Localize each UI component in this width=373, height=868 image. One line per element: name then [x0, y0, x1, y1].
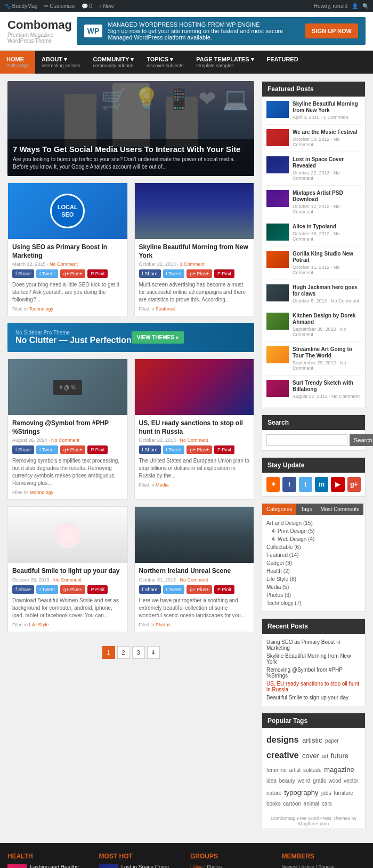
nav-item-page-templates[interactable]: PAGE TEMPLATES ▾template samples: [190, 51, 260, 74]
category-technology[interactable]: Technology (7): [266, 599, 361, 607]
recent-post-0[interactable]: Using SEO as Primary Boost in Marketing: [266, 638, 361, 652]
post-comments-0[interactable]: No Comment: [50, 261, 78, 267]
hero-post[interactable]: 🛒 💡 📱 ❤ 💻 7 Ways To Get Social Media Use…: [7, 81, 254, 176]
nav-item-about[interactable]: ABOUT ▾interesting articles: [35, 51, 87, 74]
members-tab-active[interactable]: Active: [301, 864, 314, 868]
post-title-2[interactable]: Removing @Symbol from #PHP %Strings: [12, 419, 123, 436]
featured-title-2[interactable]: Lost in Space Cover Revealed: [293, 156, 361, 169]
tag-weird[interactable]: weird: [298, 778, 312, 784]
tw-tweet-3[interactable]: t Tweet: [163, 445, 185, 454]
gp-plus-5[interactable]: g+ Plus+: [186, 585, 212, 594]
googleplus-icon[interactable]: g+: [347, 477, 361, 492]
category-health[interactable]: Health (2): [266, 567, 361, 575]
featured-title-9[interactable]: Surt Trendy Sketch with Billabong: [293, 380, 361, 393]
admin-bar-new[interactable]: + New: [99, 3, 114, 9]
footer-hot-post-title-0[interactable]: Lost in Space Cover Revealed: [121, 864, 183, 868]
gp-plus-4[interactable]: g+ Plus+: [60, 585, 86, 594]
tab-categories[interactable]: Categories: [262, 504, 296, 515]
gp-plus-0[interactable]: g+ Plus+: [60, 269, 86, 278]
pi-pin-0[interactable]: P Pinit: [87, 269, 108, 278]
page-2-button[interactable]: 2: [117, 646, 130, 659]
tag-beauty[interactable]: beauty: [279, 778, 297, 784]
post-title-0[interactable]: Using SEO as Primary Boost in Marketing: [12, 243, 123, 260]
tag-gratis[interactable]: gratis: [313, 778, 327, 784]
featured-title-3[interactable]: Mixtapes Artist PSD Download: [293, 190, 361, 203]
tw-tweet-1[interactable]: t Tweet: [163, 269, 185, 278]
fb-share-5[interactable]: f Share: [139, 585, 161, 594]
category-photos[interactable]: Photos (3): [266, 591, 361, 599]
post-title-4[interactable]: Beautiful Smile to light up your day: [12, 567, 123, 576]
post-category-3[interactable]: Media: [156, 482, 169, 488]
category-featured[interactable]: Featured (14): [266, 551, 361, 559]
groups-tab-photos[interactable]: | Photos: [204, 864, 222, 868]
category-gadget[interactable]: Gadget (3): [266, 559, 361, 567]
fb-share-3[interactable]: f Share: [139, 445, 161, 454]
twitter-icon[interactable]: t: [299, 477, 312, 492]
nav-item-community[interactable]: COMMUNITY ▾community addons: [87, 51, 141, 74]
fb-share-0[interactable]: f Share: [12, 269, 34, 278]
credit-link[interactable]: Combomag Free WordPress Themes by Magthr…: [271, 816, 356, 826]
post-category-4[interactable]: Life Style: [29, 622, 49, 627]
post-comments-5[interactable]: No Comment: [180, 577, 208, 583]
category-lifestyle[interactable]: Life Style (8): [266, 575, 361, 583]
tag-cars[interactable]: cars: [322, 801, 332, 807]
members-tab-newest[interactable]: Newest: [282, 864, 298, 868]
page-4-button[interactable]: 4: [147, 646, 160, 659]
tag-cartoon[interactable]: cartoon: [283, 801, 302, 807]
post-title-5[interactable]: Northern Ireland Unreal Scene: [139, 567, 250, 576]
admin-bar-buddymag[interactable]: 🐾 BuddyMag: [4, 3, 38, 9]
tag-magazine[interactable]: magazine: [324, 766, 354, 774]
featured-title-5[interactable]: Gorilla King Studio New Potrait: [293, 251, 361, 264]
tab-tags[interactable]: Tags: [296, 504, 316, 515]
post-category-5[interactable]: Photos: [156, 622, 171, 627]
featured-title-8[interactable]: Streamline Art Going to Tour The World: [293, 346, 361, 359]
tag-jobs[interactable]: jobs: [321, 790, 333, 796]
tag-art[interactable]: art: [322, 753, 329, 759]
category-art[interactable]: Art and Design (15): [266, 519, 361, 527]
tw-tweet-2[interactable]: t Tweet: [36, 445, 58, 454]
featured-title-6[interactable]: Hugh Jackman hero goes for claws: [293, 284, 361, 297]
rss-icon[interactable]: ✦: [266, 477, 280, 492]
admin-bar-search-icon[interactable]: 🔍: [362, 3, 369, 9]
fb-share-2[interactable]: f Share: [12, 445, 34, 454]
tw-tweet-0[interactable]: t Tweet: [36, 269, 58, 278]
recent-post-1[interactable]: Skyline Beautiful Morning from New York: [266, 652, 361, 666]
nav-item-home[interactable]: HOMEmain page: [0, 51, 35, 74]
recent-post-4[interactable]: Beautiful Smile to sign up your day: [266, 694, 361, 702]
category-web[interactable]: 4· Web Design (4): [266, 535, 361, 543]
view-themes-button[interactable]: VIEW THEMES »: [132, 331, 184, 344]
featured-title-1[interactable]: We are the Music Festival: [293, 129, 361, 136]
tag-nature[interactable]: nature: [266, 790, 283, 796]
post-comments-3[interactable]: No Comment: [180, 437, 208, 443]
post-title-3[interactable]: US, EU ready sanctions to stop oil hunt …: [139, 419, 250, 436]
pi-pin-2[interactable]: P Pinit: [87, 445, 108, 454]
members-tab-popular[interactable]: Popular: [318, 864, 335, 868]
admin-bar-customize[interactable]: ✏ Customize: [44, 3, 75, 9]
youtube-icon[interactable]: ▶: [331, 477, 344, 492]
facebook-icon[interactable]: f: [282, 477, 296, 492]
post-category-2[interactable]: Technology: [29, 490, 53, 495]
post-comments-1[interactable]: 1 Comment: [180, 261, 205, 267]
gp-plus-1[interactable]: g+ Plus+: [186, 269, 212, 278]
tw-tweet-4[interactable]: t Tweet: [36, 585, 58, 594]
footer-health-post-title-0[interactable]: Fashion and Healthy Lifestyle Coach: [30, 864, 92, 868]
category-collectable[interactable]: Collectable (6): [266, 543, 361, 551]
tag-animal[interactable]: animal: [304, 801, 321, 807]
tag-wood[interactable]: wood: [328, 778, 343, 784]
tag-furniture[interactable]: furniture: [334, 790, 353, 796]
search-button[interactable]: Search: [350, 434, 373, 446]
recent-post-2[interactable]: Removing @Symbol from #PHP %Strings: [266, 666, 361, 680]
category-media[interactable]: Media (5): [266, 583, 361, 591]
pi-pin-5[interactable]: P Pinit: [214, 585, 234, 594]
admin-bar-comments[interactable]: 💬 0: [82, 3, 92, 9]
tag-feminine[interactable]: feminine: [266, 767, 288, 773]
featured-title-4[interactable]: Alice in Typoland: [293, 224, 361, 230]
pi-pin-1[interactable]: P Pinit: [214, 269, 234, 278]
groups-tab-alive[interactable]: | Alive: [190, 864, 203, 868]
fb-share-1[interactable]: f Share: [139, 269, 161, 278]
tag-artistic[interactable]: artistic: [302, 736, 324, 744]
signup-button[interactable]: SIGN UP NOW: [305, 23, 358, 38]
fb-share-4[interactable]: f Share: [12, 585, 34, 594]
tab-most-comments[interactable]: Most Comments: [316, 504, 363, 515]
tag-solitude[interactable]: solitude: [303, 767, 323, 773]
